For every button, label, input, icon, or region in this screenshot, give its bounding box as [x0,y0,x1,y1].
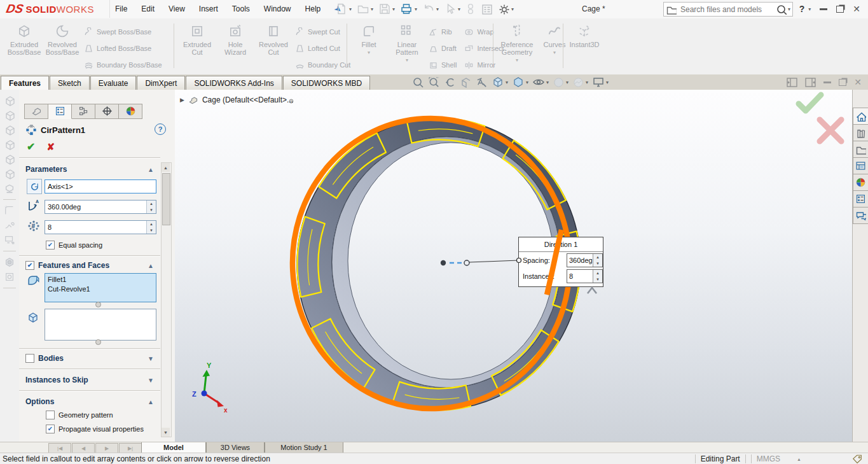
tab-dimxpert[interactable]: DimXpert [137,76,185,90]
propagate-visual-properties-checkbox[interactable]: Propagate visual properties [46,425,144,433]
hide-show-items-icon[interactable]: ▾ [532,75,549,89]
collapse-left-pane-icon[interactable] [787,78,797,87]
undo-button[interactable]: ▾ [420,1,441,17]
dimxpert-manager-tab[interactable] [95,104,119,119]
menu-edit[interactable]: Edit [134,0,162,18]
tab-solidworks-add-ins[interactable]: SOLIDWORKS Add-Ins [186,76,282,90]
rib-button[interactable]: Rib [426,24,459,40]
section-view-icon[interactable] [460,75,472,89]
reference-geometry-dropdown[interactable]: ▾ [516,57,518,63]
doc-close-icon[interactable]: ✕ [854,77,862,87]
confirmation-cancel-icon[interactable] [820,120,841,141]
fillet-button[interactable]: Fillet ▾ [350,18,388,55]
next-tab-button[interactable]: ▶ [95,443,118,453]
pattern-angle-field[interactable]: 360.00deg ▲▼ [45,200,156,214]
scroll-thumb[interactable] [162,173,170,225]
fillet-dropdown[interactable]: ▾ [368,50,370,55]
features-faces-section-header[interactable]: Features and Faces▲ [25,260,154,271]
search-icon[interactable] [776,4,787,15]
collapse-right-pane-icon[interactable] [805,78,816,87]
last-tab-button[interactable]: ▶| [119,443,142,453]
doc-restore-icon[interactable] [839,79,846,86]
pattern-axis-point[interactable] [441,260,446,265]
tab-evaluate[interactable]: Evaluate [90,76,137,90]
breadcrumb[interactable]: ▶ Cage (Default<<Default>... [180,95,293,105]
home-tab[interactable] [853,108,868,125]
equal-spacing-checkbox-box[interactable] [46,241,55,250]
direction1-callout[interactable]: Direction 1 Spacing: 360deg ▲▼ Instances… [518,237,603,287]
tab-sketch[interactable]: Sketch [50,76,90,90]
restore-button[interactable] [836,6,844,13]
bodies-section-header[interactable]: Bodies▼ [25,353,154,363]
menu-insert[interactable]: Insert [192,0,225,18]
parameters-section-header[interactable]: Parameters▲ [25,164,154,174]
help-button[interactable]: ? [799,4,805,14]
edit-appearance-icon[interactable]: ▾ [553,75,568,89]
instant2d-icon[interactable] [4,234,15,246]
view-palette-tab[interactable] [853,158,868,174]
ok-button[interactable]: ✔ [27,141,35,153]
minimize-button[interactable] [820,8,827,10]
zoom-area-icon[interactable] [428,75,440,89]
cancel-button[interactable]: ✘ [46,141,55,153]
apply-scene-icon[interactable]: ▾ [572,75,588,89]
linear-pattern-button[interactable]: LinearPattern ▾ [388,18,426,63]
revolved-cut-button[interactable]: RevolvedCut [254,18,293,56]
pattern-count-field[interactable]: 8 ▲▼ [45,220,156,234]
motion-study-tab[interactable]: Motion Study 1 [265,442,343,453]
callout-spacing-field[interactable]: 360deg ▲▼ [567,253,603,267]
units-label[interactable]: MMGS [757,454,780,463]
file-explorer-tab[interactable] [853,141,868,158]
menu-help[interactable]: Help [298,0,328,18]
geometry-pattern-checkbox-box[interactable] [46,411,55,419]
configuration-manager-tab[interactable] [72,104,95,119]
settings-gear-button[interactable]: ▾ [496,1,516,17]
callout-instances-spinner[interactable]: ▲▼ [593,270,602,283]
appearances-scenes-tab[interactable] [853,174,868,191]
solidworks-forum-tab[interactable] [853,207,868,224]
model-canvas[interactable]: Y Z x [175,90,852,442]
shell-button[interactable]: Shell [426,57,459,73]
sketch-corner-icon[interactable] [4,205,15,216]
perspective-view-icon[interactable] [4,168,15,179]
boundary-boss-base-button[interactable]: Boundary Boss/Base [81,57,165,73]
curves-dropdown[interactable]: ▾ [553,50,556,55]
swept-boss-base-button[interactable]: Swept Boss/Base [81,24,165,40]
propagate-checkbox-box[interactable] [46,425,55,433]
prev-tab-button[interactable]: ◀ [72,443,95,453]
features-to-pattern-list[interactable]: Fillet1 Cut-Revolve1 [45,273,156,302]
shadow-view-icon[interactable] [4,183,15,194]
design-library-tab[interactable] [853,125,868,141]
instant3d-button[interactable]: Instant3D [566,18,603,48]
display-style-icon[interactable]: ▾ [512,75,528,89]
equal-spacing-checkbox[interactable]: Equal spacing [46,241,102,250]
confirmation-ok-icon[interactable] [799,95,821,111]
doc-minimize-icon[interactable] [823,81,831,83]
help-icon[interactable]: ? [155,123,166,135]
count-spinner[interactable]: ▲▼ [146,221,156,234]
custom-properties-tab[interactable] [853,191,868,207]
property-manager-scrollbar[interactable]: ▲ ▼ [161,162,172,437]
menu-window[interactable]: Window [257,0,298,18]
menu-file[interactable]: File [108,0,134,18]
scroll-up-arrow[interactable]: ▲ [162,163,170,172]
angle-spinner[interactable]: ▲▼ [146,200,156,213]
shaded-view-icon[interactable] [4,95,15,106]
geometry-pattern-checkbox[interactable]: Geometry pattern [46,411,113,419]
3d-views-tab[interactable]: 3D Views [206,442,265,453]
shaded-edges-view-icon[interactable] [4,153,15,165]
units-popup-arrow[interactable]: ▲ [797,457,801,461]
reference-geometry-button[interactable]: ReferenceGeometry ▾ [496,18,538,63]
view-settings-icon[interactable]: ▾ [592,75,609,89]
search-folder-icon[interactable] [666,4,677,15]
boundary-cut-button[interactable]: Boundary Cut [293,57,353,73]
open-button[interactable]: ▾ [355,1,375,17]
new-document-button[interactable]: ▾ [333,1,354,17]
list-item[interactable]: Cut-Revolve1 [48,285,153,294]
first-tab-button[interactable]: |◀ [48,443,71,453]
revolved-boss-base-button[interactable]: RevolvedBoss/Base [43,18,81,56]
select-button[interactable]: ▾ [442,1,462,17]
print-button[interactable]: ▾ [398,1,419,17]
hidden-lines-removed-icon[interactable] [4,139,15,150]
axis-drag-handle[interactable] [464,260,469,265]
